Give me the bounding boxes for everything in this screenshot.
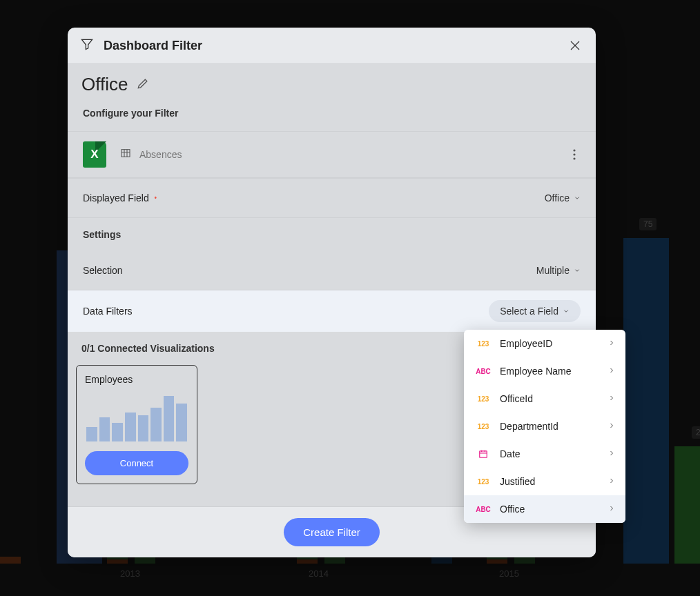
edit-name-icon[interactable] — [136, 77, 150, 93]
field-option-label: DepartmentId — [500, 421, 607, 432]
field-option-justified[interactable]: 123Justified — [464, 468, 625, 495]
filter-icon — [80, 37, 94, 54]
connect-button[interactable]: Connect — [85, 451, 188, 475]
displayed-field-row[interactable]: Displayed Field • Office — [68, 178, 596, 218]
configure-subtitle: Configure your Filter — [68, 98, 596, 131]
chevron-right-icon — [607, 393, 616, 404]
date-type-icon — [474, 449, 493, 459]
data-source-row: X Absences — [68, 131, 596, 178]
required-indicator: • — [155, 194, 157, 201]
close-button[interactable] — [567, 37, 583, 54]
select-field-pill[interactable]: Select a Field — [489, 300, 581, 322]
svg-point-3 — [573, 157, 575, 159]
field-option-departmentid[interactable]: 123DepartmentId — [464, 413, 625, 440]
svg-point-1 — [573, 149, 575, 151]
data-filters-label: Data Filters — [83, 306, 489, 317]
field-option-employeeid[interactable]: 123EmployeeID — [464, 330, 625, 357]
selection-value[interactable]: Multiple — [536, 265, 581, 276]
field-option-date[interactable]: Date — [464, 440, 625, 468]
table-icon — [120, 148, 131, 161]
field-option-office[interactable]: ABCOffice — [464, 495, 625, 523]
svg-rect-4 — [480, 451, 487, 457]
field-option-label: Employee Name — [500, 366, 607, 377]
viz-title: Employees — [85, 374, 188, 385]
filter-name-row: Office — [68, 63, 596, 98]
selection-label: Selection — [83, 265, 536, 276]
settings-header: Settings — [68, 218, 596, 251]
text-type-icon: ABC — [474, 368, 493, 375]
chevron-right-icon — [607, 338, 616, 349]
displayed-field-label: Displayed Field — [83, 192, 149, 203]
field-option-officeid[interactable]: 123OfficeId — [464, 385, 625, 413]
svg-rect-0 — [121, 150, 130, 157]
number-type-icon: 123 — [474, 478, 493, 486]
chevron-right-icon — [607, 504, 616, 515]
dialog-title: Dashboard Filter — [104, 39, 567, 53]
svg-point-2 — [573, 153, 575, 155]
selection-row[interactable]: Selection Multiple — [68, 251, 596, 290]
field-option-employee-name[interactable]: ABCEmployee Name — [464, 357, 625, 385]
create-filter-button[interactable]: Create Filter — [284, 518, 380, 546]
text-type-icon: ABC — [474, 506, 493, 513]
chevron-right-icon — [607, 476, 616, 487]
displayed-field-value[interactable]: Office — [545, 192, 581, 203]
data-filters-row: Data Filters Select a Field — [68, 290, 596, 332]
field-option-label: EmployeeID — [500, 338, 607, 349]
number-type-icon: 123 — [474, 423, 493, 430]
chevron-right-icon — [607, 421, 616, 432]
field-option-label: Date — [500, 448, 607, 459]
field-option-label: Office — [500, 504, 607, 515]
dialog-header: Dashboard Filter — [68, 28, 596, 63]
filter-name: Office — [81, 74, 128, 95]
viz-card-employees: Employees Connect — [76, 365, 197, 484]
field-option-label: Justified — [500, 476, 607, 487]
excel-icon: X — [83, 141, 106, 168]
source-menu-button[interactable] — [568, 148, 581, 161]
number-type-icon: 123 — [474, 395, 493, 403]
field-select-popover: 123EmployeeIDABCEmployee Name123OfficeId… — [464, 330, 625, 523]
chevron-right-icon — [607, 448, 616, 459]
number-type-icon: 123 — [474, 340, 493, 348]
source-name: Absences — [139, 149, 568, 160]
field-option-label: OfficeId — [500, 393, 607, 404]
viz-thumbnail — [85, 393, 188, 441]
chevron-right-icon — [607, 366, 616, 377]
